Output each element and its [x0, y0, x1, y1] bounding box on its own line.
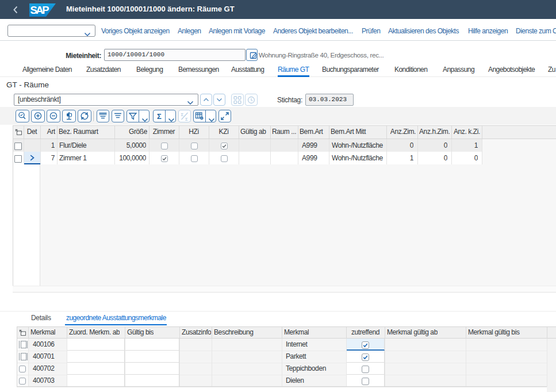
svg-text:SAP: SAP — [30, 4, 49, 16]
svg-text:Σ: Σ — [181, 112, 184, 117]
svg-text:Σ: Σ — [157, 112, 162, 121]
svg-text:Σ: Σ — [185, 117, 188, 122]
